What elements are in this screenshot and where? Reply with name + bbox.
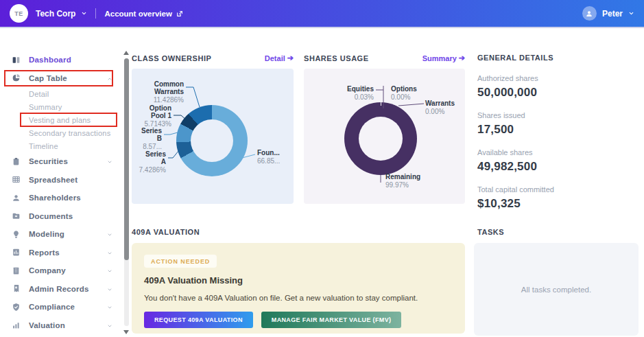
scrollbar-thumb[interactable] — [124, 58, 129, 260]
chevron-down-icon[interactable] — [107, 264, 112, 277]
sidebar-subitem-label: Secondary transactions — [29, 129, 110, 137]
chevron-down-icon[interactable] — [107, 319, 112, 332]
slice-label-options: Options0.00% — [391, 85, 432, 101]
manage-fmv-button[interactable]: MANAGE FAIR MARKET VALUE (FMV) — [261, 312, 402, 328]
sidebar-item-cap-table[interactable]: Cap Table — [0, 69, 122, 88]
slice-label-common-warrants: Common Warrants11.4286% — [134, 80, 184, 104]
org-logo[interactable]: TE — [10, 4, 28, 23]
slice-label-equities: Equities0.03% — [304, 85, 374, 101]
spreadsheet-icon — [12, 175, 21, 184]
sidebar-nav: DashboardCap TableDetailSummaryVesting a… — [0, 30, 122, 337]
documents-icon — [12, 211, 21, 220]
cap-table-icon — [12, 73, 21, 82]
chevron-down-icon[interactable] — [107, 228, 112, 240]
sidebar-scrollbar[interactable] — [122, 49, 130, 337]
sidebar-subitem-label: Detail — [29, 90, 49, 98]
sidebar-item-documents[interactable]: Documents — [0, 207, 122, 226]
slice-name: Equities — [304, 85, 374, 93]
donut-hole — [191, 119, 233, 162]
account-overview-link[interactable]: Account overview — [104, 10, 182, 18]
class-ownership-title: CLASS OWNERSHIP — [132, 54, 211, 62]
person-icon — [585, 10, 593, 18]
valuation-missing-heading: 409A Valuation Missing — [144, 275, 453, 286]
valuation-missing-body: You don't have a 409A Valuation on file.… — [144, 294, 453, 302]
sidebar-item-label: Admin Records — [29, 285, 89, 293]
sidebar-subitem-timeline[interactable]: Timeline — [0, 139, 122, 152]
sidebar-item-reports[interactable]: Reports — [0, 244, 122, 262]
sidebar-item-shareholders[interactable]: Shareholders — [0, 189, 122, 207]
slice-percentage: 7.4286% — [134, 166, 166, 174]
slice-percentage: 8.57... — [134, 143, 162, 150]
slice-name: Options — [391, 85, 432, 93]
company-icon — [12, 266, 21, 275]
slice-name: Warrants — [425, 100, 465, 107]
donut-chart — [344, 102, 417, 175]
avatar — [582, 6, 597, 21]
scroll-up-arrow-icon[interactable] — [123, 51, 129, 55]
chevron-down-icon[interactable] — [107, 301, 112, 313]
sidebar-item-label: Securities — [29, 157, 68, 165]
slice-percentage: 11.4286% — [134, 96, 184, 104]
sidebar-item-modeling[interactable]: Modeling — [0, 225, 122, 244]
shares-usage-title: SHARES USAGE — [304, 54, 369, 62]
sidebar-item-securities[interactable]: Securities — [0, 152, 122, 171]
slice-label-remaining: Remaining99.97% — [385, 173, 433, 189]
org-chevron-down-icon[interactable] — [81, 10, 87, 16]
chevron-down-icon[interactable] — [107, 246, 112, 259]
class-ownership-detail-link[interactable]: Detail➔ — [265, 54, 294, 62]
sidebar-subitem-secondary-transactions[interactable]: Secondary transactions — [0, 126, 122, 139]
sidebar-item-valuation[interactable]: Valuation — [0, 316, 122, 335]
slice-label-option-pool-1: Option Pool 15.7143% — [134, 104, 171, 128]
user-chevron-down-icon[interactable] — [628, 10, 634, 16]
sidebar-item-spreadsheet[interactable]: Spreadsheet — [0, 171, 122, 189]
modeling-icon — [12, 230, 21, 239]
sidebar-subitem-vesting-and-plans[interactable]: Vesting and plans — [0, 113, 122, 126]
slice-name: Common Warrants — [134, 80, 184, 95]
sidebar-subitem-label: Timeline — [29, 142, 58, 150]
donut-chart — [176, 105, 248, 176]
request-409a-valuation-button[interactable]: REQUEST 409A VALUATION — [144, 312, 253, 328]
tasks-panel: All tasks completed. — [474, 243, 639, 336]
reports-icon — [12, 248, 21, 257]
shares-usage-summary-link[interactable]: Summary➔ — [422, 54, 465, 62]
chevron-up-icon[interactable] — [107, 72, 112, 84]
stat-available-shares: Available shares 49,982,500 — [477, 148, 639, 174]
sidebar-item-company[interactable]: Company — [0, 262, 122, 280]
class-ownership-chart-panel: Foun...66.85...Series A7.4286%Series B8.… — [132, 69, 294, 204]
slice-label-warrants: Warrants0.00% — [425, 100, 465, 115]
sidebar-subitem-label: Summary — [29, 103, 62, 111]
slice-name: Option Pool 1 — [134, 104, 171, 119]
valuation-409a-card: ACTION NEEDED 409A Valuation Missing You… — [132, 243, 465, 334]
stat-authorized-shares: Authorized shares 50,000,000 — [477, 74, 639, 100]
nav-divider — [95, 8, 96, 19]
slice-label-founders: Foun...66.85... — [257, 149, 293, 165]
stat-label: Available shares — [477, 148, 639, 156]
sidebar-item-admin-records[interactable]: Admin Records — [0, 280, 122, 299]
sidebar-item-label: Shareholders — [29, 194, 81, 202]
chevron-down-icon[interactable] — [107, 283, 112, 295]
stat-value: 50,000,000 — [477, 86, 639, 100]
arrow-right-icon: ➔ — [287, 54, 294, 62]
org-name[interactable]: Tech Corp — [36, 9, 75, 19]
stat-value: 17,500 — [477, 123, 639, 137]
slice-name: Remaining — [385, 173, 433, 181]
shareholders-icon — [12, 194, 21, 202]
slice-percentage: 66.85... — [257, 157, 293, 165]
sidebar-subitem-detail[interactable]: Detail — [0, 87, 122, 100]
chevron-down-icon[interactable] — [107, 155, 112, 167]
sidebar-item-compliance[interactable]: Compliance — [0, 298, 122, 316]
stat-label: Total capital committed — [477, 185, 639, 194]
slice-percentage: 0.00% — [425, 108, 465, 115]
sidebar-item-dashboard[interactable]: Dashboard — [0, 51, 122, 69]
stat-value: $10,325 — [477, 197, 639, 211]
scroll-down-arrow-icon[interactable] — [123, 330, 129, 334]
sidebar-subitem-label: Vesting and plans — [29, 116, 91, 124]
sidebar-item-label: Modeling — [29, 230, 64, 238]
stat-label: Authorized shares — [477, 74, 639, 82]
general-details-title: GENERAL DETAILS — [477, 54, 639, 62]
sidebar-subitem-summary[interactable]: Summary — [0, 100, 122, 113]
user-menu[interactable]: Peter — [582, 6, 634, 21]
valuation-icon — [12, 321, 21, 329]
arrow-right-icon: ➔ — [459, 54, 465, 62]
external-link-icon — [176, 10, 183, 17]
